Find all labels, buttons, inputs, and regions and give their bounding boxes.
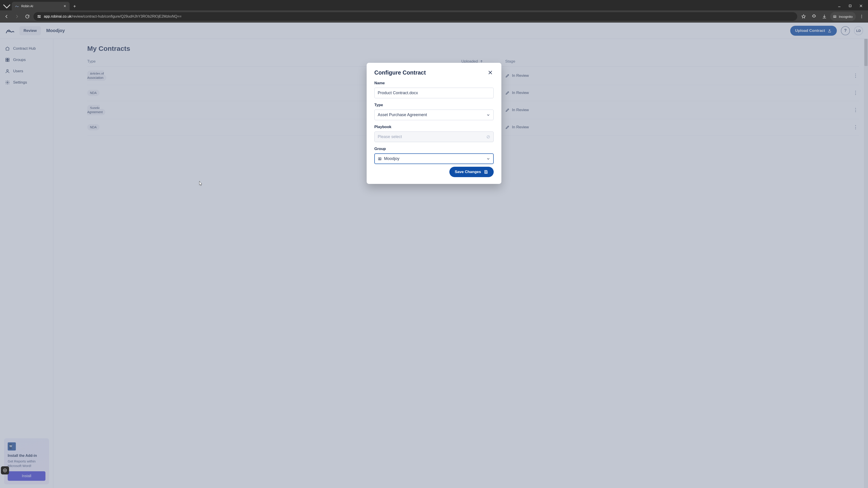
nav-forward-button[interactable] — [13, 12, 21, 21]
bookmark-button[interactable] — [799, 12, 808, 21]
playbook-label: Playbook — [374, 125, 494, 129]
disabled-icon — [486, 135, 490, 139]
downloads-button[interactable] — [820, 12, 829, 21]
svg-line-22 — [487, 136, 489, 138]
chevron-down-icon — [486, 113, 490, 117]
browser-menu-button[interactable] — [858, 12, 866, 21]
browser-tab[interactable]: Robin AI ✕ — [12, 2, 70, 10]
floating-help-button[interactable] — [1, 466, 9, 475]
favicon-icon — [15, 4, 19, 8]
svg-point-27 — [4, 470, 6, 471]
nav-reload-button[interactable] — [23, 12, 32, 21]
save-icon — [484, 170, 488, 174]
svg-point-24 — [379, 158, 380, 159]
group-icon — [378, 157, 382, 161]
playbook-select: Please select — [374, 131, 494, 142]
site-settings-icon[interactable] — [37, 14, 41, 19]
save-changes-button[interactable]: Save Changes — [450, 167, 494, 177]
browser-tab-title: Robin AI — [21, 4, 61, 8]
type-label: Type — [374, 103, 494, 107]
incognito-label: Incognito — [839, 15, 852, 19]
svg-rect-23 — [378, 158, 381, 160]
tab-close-button[interactable]: ✕ — [63, 4, 67, 8]
type-select[interactable]: Asset Purchase Agreement — [374, 109, 494, 120]
group-select[interactable]: Moodjoy — [374, 153, 494, 164]
window-maximize-button[interactable] — [845, 2, 855, 10]
nav-back-button[interactable] — [2, 12, 11, 21]
svg-point-6 — [38, 15, 39, 16]
group-label: Group — [374, 147, 494, 151]
svg-point-9 — [835, 17, 836, 18]
svg-point-8 — [833, 17, 835, 18]
new-tab-button[interactable]: + — [71, 3, 78, 10]
configure-contract-modal: Configure Contract Name Type Asset Purch… — [367, 63, 501, 184]
modal-close-button[interactable] — [487, 69, 494, 76]
svg-rect-1 — [849, 5, 851, 7]
chevron-down-icon — [486, 157, 490, 161]
svg-point-10 — [862, 15, 862, 15]
window-minimize-button[interactable] — [834, 2, 844, 10]
svg-rect-25 — [485, 172, 487, 173]
modal-title: Configure Contract — [374, 69, 426, 76]
app-viewport: Review Moodjoy Upload Contract ? LD Cont… — [0, 23, 868, 488]
name-label: Name — [374, 81, 494, 86]
name-input[interactable] — [374, 88, 494, 98]
window-close-button[interactable] — [856, 2, 866, 10]
browser-tab-strip: Robin AI ✕ + — [0, 0, 868, 10]
url-path: /review/contract-hub/configure/Q29udHJhY… — [71, 14, 182, 18]
address-input[interactable]: app.robinai.co.uk/review/contract-hub/co… — [33, 12, 797, 21]
svg-point-11 — [862, 16, 862, 17]
url-host: app.robinai.co.uk — [44, 14, 71, 18]
extensions-button[interactable] — [809, 12, 818, 21]
browser-address-bar: app.robinai.co.uk/review/contract-hub/co… — [0, 10, 868, 23]
incognito-indicator[interactable]: Incognito — [830, 12, 856, 21]
svg-point-12 — [862, 18, 862, 18]
tab-search-button[interactable] — [2, 2, 12, 10]
svg-point-7 — [39, 17, 40, 18]
